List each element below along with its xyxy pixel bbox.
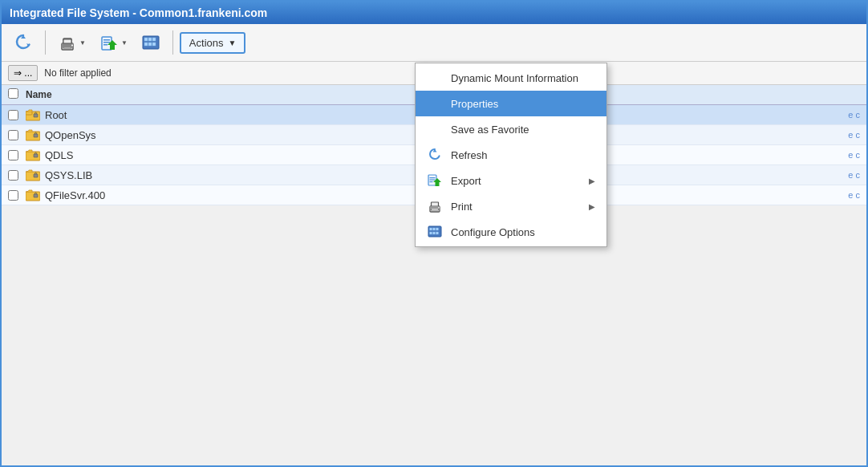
separator-1 (45, 30, 46, 55)
folder-icon (26, 108, 40, 121)
export-menu-label: Export (451, 175, 581, 187)
export-button[interactable]: ▼ (94, 29, 132, 56)
save-favorite-icon (427, 121, 443, 137)
title-bar: Integrated File System - Common1.franken… (2, 2, 866, 24)
export-submenu-arrow: ▶ (589, 177, 595, 185)
main-window: Integrated File System - Common1.franken… (0, 0, 868, 467)
svg-rect-12 (144, 38, 148, 41)
svg-rect-4 (63, 39, 71, 43)
header-name-col: Name (26, 89, 52, 100)
print-dropdown-arrow: ▼ (79, 39, 86, 47)
print-menu-icon (427, 198, 443, 214)
svg-rect-13 (148, 38, 152, 41)
configure-menu-label: Configure Options (451, 226, 595, 238)
svg-rect-16 (148, 43, 152, 46)
row-checkbox-col (8, 110, 26, 120)
configure-toolbar-icon (140, 32, 161, 53)
svg-rect-37 (34, 114, 38, 117)
row-name: Root (45, 109, 67, 121)
row-name: QSYS.LIB (45, 169, 92, 181)
svg-rect-7 (103, 39, 110, 41)
print-submenu-arrow: ▶ (589, 202, 595, 211)
refresh-button[interactable] (8, 29, 39, 56)
svg-rect-36 (26, 112, 32, 115)
row-name: QOpenSys (45, 129, 96, 141)
print-toolbar-icon (57, 32, 78, 53)
export-dropdown-arrow: ▼ (121, 39, 128, 47)
save-favorite-label: Save as Favorite (451, 124, 595, 136)
menu-item-refresh[interactable]: Refresh (416, 142, 606, 168)
actions-button[interactable]: Actions ▼ (180, 32, 246, 54)
row-name: QFileSvr.400 (45, 189, 105, 201)
svg-rect-21 (430, 181, 433, 182)
properties-icon (427, 95, 443, 112)
dynamic-mount-icon (427, 70, 443, 86)
svg-rect-33 (433, 232, 436, 234)
menu-item-print[interactable]: Print ▶ (416, 193, 606, 219)
svg-rect-31 (436, 228, 439, 230)
configure-button[interactable] (136, 29, 166, 56)
svg-rect-8 (103, 42, 110, 43)
actions-dropdown-menu: Dynamic Mount Information Properties Sav… (415, 63, 607, 247)
print-menu-label: Print (451, 201, 581, 213)
menu-item-dynamic-mount[interactable]: Dynamic Mount Information (416, 65, 606, 91)
truncated-indicator: e c (836, 110, 860, 120)
truncated-indicator: e c (836, 190, 860, 200)
row-checkbox-col (8, 130, 26, 140)
header-checkbox-col (8, 88, 26, 101)
actions-dropdown-arrow: ▼ (228, 39, 236, 47)
row-checkbox[interactable] (8, 110, 18, 120)
menu-item-save-favorite[interactable]: Save as Favorite (416, 116, 606, 142)
refresh-menu-label: Refresh (451, 149, 595, 161)
dynamic-mount-label: Dynamic Mount Information (451, 72, 595, 84)
svg-rect-41 (34, 154, 38, 157)
configure-menu-icon (427, 224, 443, 240)
refresh-icon (13, 32, 34, 53)
separator-2 (172, 30, 173, 55)
actions-label: Actions (189, 37, 224, 49)
svg-point-5 (71, 45, 73, 47)
svg-rect-39 (34, 134, 38, 137)
svg-rect-24 (432, 202, 439, 206)
row-checkbox[interactable] (8, 170, 18, 181)
print-button[interactable]: ▼ (52, 29, 91, 56)
header-checkbox[interactable] (8, 88, 18, 99)
row-checkbox[interactable] (8, 150, 18, 160)
export-toolbar-icon (99, 32, 120, 53)
svg-rect-14 (152, 38, 156, 41)
svg-rect-34 (436, 232, 439, 234)
svg-rect-32 (430, 232, 432, 234)
folder-icon (26, 169, 40, 181)
truncated-indicator: e c (836, 150, 860, 160)
toolbar: ▼ ▼ (2, 24, 866, 62)
folder-icon (26, 189, 40, 201)
filter-text: No filter applied (44, 67, 111, 79)
menu-item-export[interactable]: Export ▶ (416, 168, 606, 193)
svg-rect-43 (34, 174, 38, 177)
export-menu-icon (427, 173, 443, 189)
folder-icon (26, 128, 40, 141)
svg-rect-20 (430, 180, 436, 181)
refresh-menu-icon (427, 147, 443, 163)
svg-rect-17 (152, 43, 156, 46)
svg-point-27 (438, 207, 440, 209)
row-checkbox[interactable] (8, 130, 18, 140)
svg-rect-9 (103, 44, 107, 46)
truncated-indicator: e c (836, 170, 860, 180)
svg-rect-29 (430, 228, 432, 230)
svg-rect-30 (433, 228, 436, 230)
svg-rect-19 (430, 177, 436, 178)
window-title: Integrated File System - Common1.franken… (10, 6, 267, 19)
menu-item-configure[interactable]: Configure Options (416, 219, 606, 245)
row-checkbox-col (8, 170, 26, 181)
row-name: QDLS (45, 149, 73, 161)
properties-label: Properties (451, 98, 595, 110)
svg-rect-26 (430, 206, 440, 209)
folder-icon (26, 148, 40, 161)
row-checkbox-col (8, 190, 26, 201)
svg-rect-15 (144, 43, 148, 46)
filter-button[interactable]: ⇒ ... (8, 65, 38, 81)
truncated-indicator: e c (836, 130, 860, 140)
row-checkbox[interactable] (8, 190, 18, 201)
menu-item-properties[interactable]: Properties (416, 91, 606, 116)
